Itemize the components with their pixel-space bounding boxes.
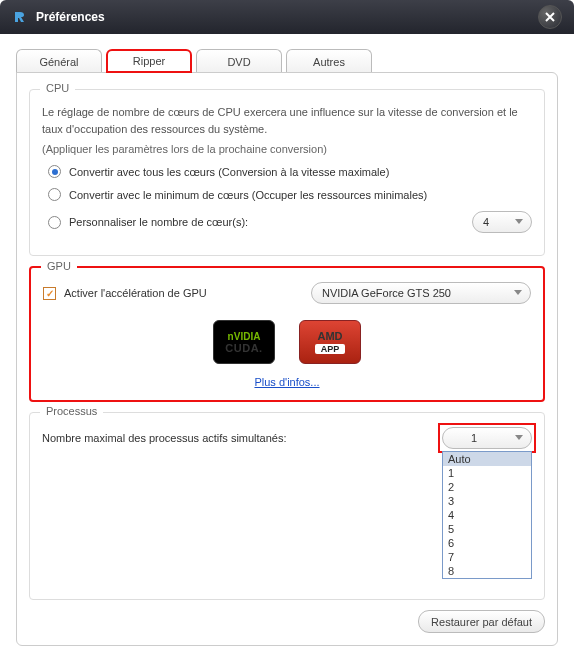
cuda-label: CUDA.: [225, 342, 262, 354]
process-option-2[interactable]: 2: [443, 480, 531, 494]
process-option-1[interactable]: 1: [443, 466, 531, 480]
nvidia-cuda-badge: nVIDIA CUDA.: [213, 320, 275, 364]
process-option-auto[interactable]: Auto: [443, 452, 531, 466]
radio-all-cores[interactable]: [48, 165, 61, 178]
process-max-label: Nombre maximal des processus actifs simu…: [42, 432, 287, 444]
amd-label: AMD: [317, 330, 342, 342]
process-option-5[interactable]: 5: [443, 522, 531, 536]
process-group: Processus Nombre maximal des processus a…: [29, 412, 545, 600]
tab-bar: Général Ripper DVD Autres: [16, 48, 558, 72]
cpu-description: Le réglage de nombre de cœurs de CPU exe…: [42, 104, 532, 137]
gpu-enable-label: Activer l'accélération de GPU: [64, 287, 207, 299]
cpu-group: CPU Le réglage de nombre de cœurs de CPU…: [29, 89, 545, 256]
chevron-down-icon: [515, 219, 523, 224]
tab-general[interactable]: Général: [16, 49, 102, 73]
gpu-enable-checkbox[interactable]: [43, 287, 56, 300]
process-option-4[interactable]: 4: [443, 508, 531, 522]
tab-ripper[interactable]: Ripper: [106, 49, 192, 73]
process-option-6[interactable]: 6: [443, 536, 531, 550]
process-count-select[interactable]: 1: [442, 427, 532, 449]
process-option-3[interactable]: 3: [443, 494, 531, 508]
restore-defaults-button[interactable]: Restaurer par défaut: [418, 610, 545, 633]
tab-panel: CPU Le réglage de nombre de cœurs de CPU…: [16, 72, 558, 646]
cpu-note: (Appliquer les paramètres lors de la pro…: [42, 143, 532, 155]
gpu-group-title: GPU: [41, 260, 77, 272]
cores-select-value: 4: [483, 216, 489, 228]
process-option-8[interactable]: 8: [443, 564, 531, 578]
amd-app-badge: AMD APP: [299, 320, 361, 364]
process-option-7[interactable]: 7: [443, 550, 531, 564]
radio-min-cores-label: Convertir avec le minimum de cœurs (Occu…: [69, 189, 427, 201]
radio-min-cores[interactable]: [48, 188, 61, 201]
cores-select[interactable]: 4: [472, 211, 532, 233]
nvidia-label: nVIDIA: [228, 331, 261, 342]
close-button[interactable]: [538, 5, 562, 29]
process-count-value: 1: [471, 432, 477, 444]
process-count-dropdown: Auto 1 2 3 4 5 6 7 8: [442, 451, 532, 579]
more-info-link[interactable]: Plus d'infos...: [43, 376, 531, 388]
tab-autres[interactable]: Autres: [286, 49, 372, 73]
app-logo-icon: [12, 9, 28, 25]
gpu-device-value: NVIDIA GeForce GTS 250: [322, 287, 451, 299]
app-label: APP: [315, 344, 346, 354]
gpu-device-select[interactable]: NVIDIA GeForce GTS 250: [311, 282, 531, 304]
tab-dvd[interactable]: DVD: [196, 49, 282, 73]
radio-custom-cores-label: Personnaliser le nombre de cœur(s):: [69, 216, 248, 228]
radio-all-cores-label: Convertir avec tous les cœurs (Conversio…: [69, 166, 389, 178]
window-title: Préférences: [36, 10, 538, 24]
chevron-down-icon: [515, 435, 523, 440]
process-group-title: Processus: [40, 405, 103, 417]
cpu-group-title: CPU: [40, 82, 75, 94]
gpu-group: GPU Activer l'accélération de GPU NVIDIA…: [29, 266, 545, 402]
radio-custom-cores[interactable]: [48, 216, 61, 229]
chevron-down-icon: [514, 290, 522, 295]
